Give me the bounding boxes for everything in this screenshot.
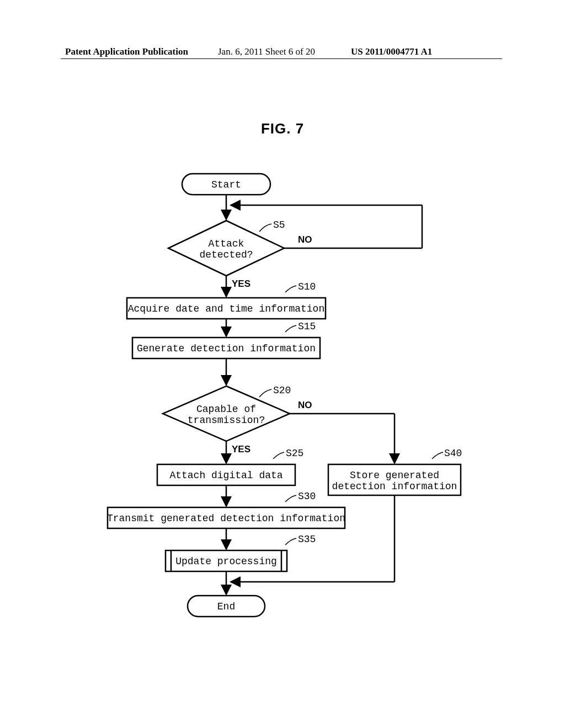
label-s5: S5 (273, 220, 285, 231)
svg-text:Generate detection information: Generate detection information (137, 343, 316, 354)
svg-text:End: End (217, 601, 235, 612)
figure-title: FIG. 7 (0, 120, 565, 137)
label-s30: S30 (298, 491, 316, 502)
label-s40: S40 (444, 448, 462, 459)
svg-text:transmission?: transmission? (188, 415, 265, 426)
label-s15: S15 (298, 321, 316, 332)
branch-yes-1: YES (232, 279, 250, 289)
svg-text:detected?: detected? (199, 249, 253, 260)
branch-yes-2: YES (232, 444, 250, 454)
svg-text:Acquire date and time informat: Acquire date and time information (128, 303, 324, 314)
header-right: US 2011/0004771 A1 (351, 46, 432, 57)
decision-attack-detected: Attack detected? (168, 221, 284, 276)
branch-no-2: NO (298, 400, 312, 410)
label-s35: S35 (298, 534, 316, 545)
start-node: Start (182, 174, 270, 195)
svg-text:Attack: Attack (209, 238, 244, 249)
svg-text:Update processing: Update processing (175, 556, 277, 567)
process-s35: Update processing (166, 550, 287, 571)
header-rule (61, 58, 502, 59)
process-s25: Attach digital data (157, 464, 295, 485)
process-s40: Store generated detection information (328, 464, 461, 495)
label-s25: S25 (286, 448, 303, 459)
branch-no-1: NO (298, 234, 312, 245)
label-s10: S10 (298, 281, 316, 292)
end-node: End (188, 596, 265, 617)
process-s30: Transmit generated detection information (107, 507, 345, 528)
label-s20: S20 (273, 385, 291, 396)
svg-text:Capable of: Capable of (196, 404, 256, 415)
process-s15: Generate detection information (132, 338, 320, 358)
svg-text:Attach digital data: Attach digital data (169, 470, 282, 481)
process-s10: Acquire date and time information (127, 298, 326, 319)
decision-capable-transmission: Capable of transmission? (163, 386, 290, 441)
flowchart: Start Attack detected? S5 YES NO Acquire… (74, 171, 494, 629)
header-mid: Jan. 6, 2011 Sheet 6 of 20 (218, 46, 315, 57)
svg-text:Start: Start (211, 179, 241, 190)
svg-text:detection information: detection information (332, 481, 457, 492)
svg-text:Store generated: Store generated (350, 470, 439, 481)
header-left: Patent Application Publication (65, 46, 188, 57)
svg-text:Transmit generated detection i: Transmit generated detection information (107, 513, 345, 524)
